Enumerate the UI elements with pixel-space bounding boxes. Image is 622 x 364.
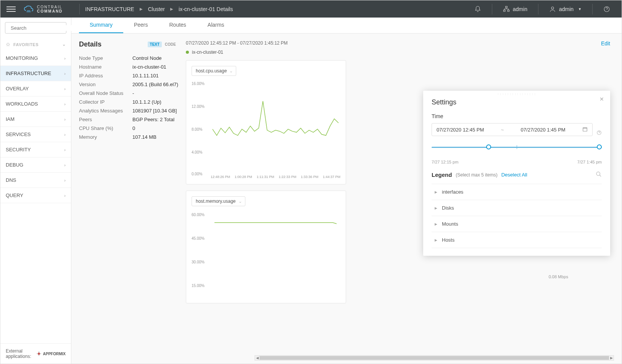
breadcrumb-item[interactable]: Cluster: [148, 6, 165, 12]
sidebar-item-query[interactable]: QUERY›: [0, 188, 71, 203]
legend-group-mounts[interactable]: ▶Mounts: [432, 216, 602, 232]
sidebar-item-infrastructure[interactable]: INFRASTRUCTURE›: [0, 66, 71, 81]
scroll-right-arrow[interactable]: ▶: [609, 356, 614, 360]
legend-list[interactable]: ▶interfaces▶Disks▶Mounts▶Hosts: [432, 184, 602, 248]
sidebar-item-debug[interactable]: DEBUG›: [0, 157, 71, 173]
cpu-metric-select[interactable]: host.cpu.usage: [192, 66, 236, 76]
legend-label: Legend: [432, 172, 452, 178]
logo[interactable]: CONTRAILCOMMAND: [23, 5, 63, 13]
breadcrumb: INFRASTRUCTURE ▶ Cluster ▶ ix-cn-cluster…: [85, 6, 233, 12]
close-button[interactable]: ✕: [599, 96, 604, 102]
code-toggle[interactable]: CODE: [163, 42, 178, 47]
legend-group-disks[interactable]: ▶Disks: [432, 200, 602, 216]
y-tick: 8.00%: [192, 127, 202, 131]
details-panel: Details TEXT CODE Node TypeControl NodeH…: [79, 40, 178, 351]
sidebar-search[interactable]: [5, 22, 66, 34]
memory-chart-card: host.memory.usage 60.00% 45.00% 30.00% 1…: [186, 191, 346, 303]
y-tick: 12.00%: [192, 104, 205, 109]
help-icon[interactable]: [596, 130, 602, 136]
node-legend: ix-cn-cluster-01: [186, 50, 541, 55]
horizontal-scrollbar[interactable]: ◀ ▶: [255, 355, 614, 361]
tab-alarms[interactable]: Alarms: [197, 18, 235, 33]
caret-down-icon: ▼: [578, 7, 582, 11]
svg-point-5: [551, 7, 554, 9]
slider-handle-left[interactable]: [486, 144, 491, 149]
hamburger-menu[interactable]: [6, 5, 16, 14]
svg-rect-3: [503, 10, 505, 11]
tab-peers[interactable]: Peers: [123, 18, 159, 33]
chevron-right-icon: ›: [64, 132, 66, 137]
x-tick: 1:00:28 PM: [235, 175, 252, 179]
chevron-right-icon: ›: [64, 71, 66, 76]
deselect-all-button[interactable]: Deselect All: [501, 172, 527, 178]
detail-row: Version2005.1 (Build 66.el7): [79, 80, 178, 89]
memory-chart: [211, 210, 340, 290]
appformix-link[interactable]: APPFORMIX: [36, 351, 66, 356]
x-tick: 1:11:31 PM: [257, 175, 274, 179]
search-input[interactable]: [11, 25, 75, 31]
y-tick: 60.00%: [192, 212, 205, 216]
status-dot-icon: [186, 51, 189, 54]
detail-row: IP Address10.1.11.101: [79, 71, 178, 80]
svg-rect-9: [583, 127, 587, 131]
edit-link[interactable]: Edit: [601, 40, 610, 47]
y-tick: 45.00%: [192, 236, 205, 240]
x-tick: 1:44:37 PM: [323, 175, 340, 179]
breadcrumb-item[interactable]: INFRASTRUCTURE: [85, 6, 134, 12]
detail-row: Hostnameix-cn-cluster-01: [79, 63, 178, 71]
user-menu[interactable]: admin▼: [544, 6, 587, 13]
time-range-label: 07/27/2020 12:45:12 PM - 07/27/2020 1:45…: [186, 40, 541, 46]
scroll-left-arrow[interactable]: ◀: [255, 356, 259, 360]
svg-rect-1: [26, 11, 31, 12]
chevron-right-icon: ▶: [140, 7, 143, 11]
legend-group-hosts[interactable]: ▶Hosts: [432, 232, 602, 248]
legend-group-interfaces[interactable]: ▶interfaces: [432, 184, 602, 200]
chevron-right-icon: ›: [64, 117, 66, 122]
detail-row: Memory107.14 MB: [79, 133, 178, 141]
chevron-right-icon: ›: [64, 56, 66, 61]
slider-label-to: 7/27 1:45 pm: [577, 160, 602, 164]
notifications-button[interactable]: [469, 6, 487, 13]
sidebar-item-services[interactable]: SERVICES›: [0, 127, 71, 142]
slider-handle-right[interactable]: [597, 144, 602, 149]
domain-selector[interactable]: admin: [498, 6, 533, 13]
help-icon: [603, 6, 610, 13]
app-header: CONTRAILCOMMAND INFRASTRUCTURE ▶ Cluster…: [0, 0, 622, 18]
text-toggle[interactable]: TEXT: [148, 42, 162, 47]
chevron-right-icon: ›: [64, 102, 66, 106]
tab-routes[interactable]: Routes: [158, 18, 197, 33]
help-button[interactable]: [598, 6, 616, 13]
favorites-section[interactable]: FAVORITES ⌄: [0, 38, 71, 51]
slider-label-from: 7/27 12:15 pm: [432, 160, 458, 164]
cpu-chart: [211, 80, 340, 171]
sidebar-footer: External applications: APPFORMIX: [0, 343, 71, 364]
breadcrumb-item[interactable]: ix-cn-cluster-01 Details: [179, 6, 233, 12]
sidebar-item-overlay[interactable]: OVERLAY›: [0, 81, 71, 96]
sidebar-item-monitoring[interactable]: MONITORING›: [0, 51, 71, 66]
date-range-picker[interactable]: 07/27/2020 12:45 PM ~ 07/27/2020 1:45 PM: [432, 123, 593, 136]
drag-handle-icon[interactable]: : : : : : : : : : : : : : : : :: [498, 92, 536, 96]
calendar-icon: [582, 127, 588, 133]
svg-rect-0: [27, 10, 30, 11]
sidebar-item-iam[interactable]: IAM›: [0, 112, 71, 127]
sidebar-item-workloads[interactable]: WORKLOADS›: [0, 96, 71, 112]
svg-rect-2: [506, 6, 508, 8]
sitemap-icon: [503, 6, 510, 13]
appformix-icon: [36, 351, 42, 356]
y-tick: 0.00%: [192, 172, 202, 176]
memory-metric-select[interactable]: host.memory.usage: [192, 196, 245, 206]
detail-row: Node TypeControl Node: [79, 54, 178, 63]
chevron-right-icon: ▶: [170, 7, 173, 11]
date-from: 07/27/2020 12:45 PM: [437, 127, 484, 133]
time-label: Time: [432, 113, 602, 119]
settings-title: Settings: [432, 98, 602, 106]
time-slider[interactable]: [432, 143, 602, 158]
caret-right-icon: ▶: [435, 222, 437, 226]
svg-point-8: [38, 353, 40, 355]
svg-rect-4: [508, 10, 509, 11]
legend-search-button[interactable]: [596, 171, 602, 178]
sidebar-item-dns[interactable]: DNS›: [0, 173, 71, 188]
text-code-toggle[interactable]: TEXT CODE: [148, 42, 178, 47]
tab-summary[interactable]: Summary: [79, 18, 123, 33]
sidebar-item-security[interactable]: SECURITY›: [0, 142, 71, 157]
